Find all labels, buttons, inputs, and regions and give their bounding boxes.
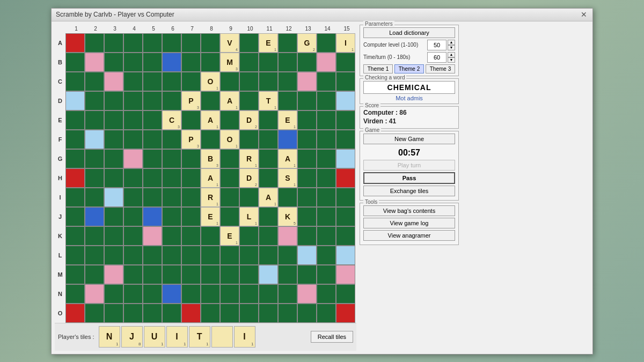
cell-B-10[interactable] (239, 53, 259, 72)
cell-F-14[interactable] (317, 130, 336, 149)
cell-G-10[interactable]: R1 (239, 149, 259, 168)
cell-H-4[interactable] (123, 168, 143, 188)
computer-level-up[interactable]: ▲ (448, 40, 455, 45)
cell-O-9[interactable] (220, 304, 239, 323)
cell-H-12[interactable]: S1 (278, 168, 297, 188)
cell-I-4[interactable] (123, 188, 143, 207)
player-tile-3[interactable]: I1 (166, 326, 188, 348)
cell-F-9[interactable]: O1 (220, 130, 239, 149)
time-turn-input[interactable] (427, 52, 447, 63)
cell-L-4[interactable] (123, 246, 143, 265)
cell-C-14[interactable] (317, 72, 336, 91)
cell-C-1[interactable] (65, 72, 85, 91)
cell-O-12[interactable] (278, 304, 297, 323)
cell-F-1[interactable] (65, 130, 85, 149)
cell-G-6[interactable] (162, 149, 181, 168)
player-tile-5[interactable] (211, 326, 233, 348)
load-dictionary-button[interactable]: Load dictionary (363, 27, 455, 38)
cell-F-12[interactable] (278, 130, 297, 149)
cell-E-11[interactable] (259, 110, 278, 130)
cell-F-7[interactable]: P3 (181, 130, 201, 149)
view-log-button[interactable]: View game log (363, 218, 455, 228)
cell-G-5[interactable] (143, 149, 162, 168)
cell-E-9[interactable] (220, 110, 239, 130)
cell-F-8[interactable] (201, 130, 220, 149)
time-turn-up[interactable]: ▲ (448, 52, 455, 57)
cell-B-7[interactable] (181, 53, 201, 72)
cell-E-6[interactable]: C3 (162, 110, 181, 130)
cell-M-12[interactable] (278, 265, 297, 284)
cell-A-5[interactable] (143, 33, 162, 53)
cell-H-13[interactable] (297, 168, 317, 188)
cell-L-8[interactable] (201, 246, 220, 265)
cell-A-9[interactable]: V4 (220, 33, 239, 53)
cell-D-10[interactable] (239, 91, 259, 110)
cell-A-7[interactable] (181, 33, 201, 53)
cell-L-2[interactable] (85, 246, 104, 265)
cell-O-7[interactable] (181, 304, 201, 323)
cell-N-11[interactable] (259, 284, 278, 304)
cell-G-9[interactable] (220, 149, 239, 168)
cell-M-6[interactable] (162, 265, 181, 284)
cell-J-6[interactable] (162, 207, 181, 226)
cell-A-11[interactable]: E1 (259, 33, 278, 53)
player-tile-2[interactable]: U1 (144, 326, 165, 348)
cell-O-5[interactable] (143, 304, 162, 323)
cell-E-3[interactable] (104, 110, 123, 130)
cell-G-14[interactable] (317, 149, 336, 168)
cell-A-4[interactable] (123, 33, 143, 53)
cell-N-5[interactable] (143, 284, 162, 304)
recall-tiles-button[interactable]: Recall tiles (311, 331, 353, 343)
cell-C-13[interactable] (297, 72, 317, 91)
cell-I-5[interactable] (143, 188, 162, 207)
cell-L-11[interactable] (259, 246, 278, 265)
cell-F-13[interactable] (297, 130, 317, 149)
cell-K-5[interactable] (143, 226, 162, 246)
cell-J-12[interactable]: K5 (278, 207, 297, 226)
cell-B-4[interactable] (123, 53, 143, 72)
new-game-button[interactable]: New Game (363, 134, 455, 144)
cell-K-7[interactable] (181, 226, 201, 246)
cell-J-4[interactable] (123, 207, 143, 226)
cell-G-13[interactable] (297, 149, 317, 168)
cell-A-8[interactable] (201, 33, 220, 53)
cell-N-15[interactable] (336, 284, 355, 304)
close-button[interactable]: ✕ (580, 10, 588, 19)
cell-J-15[interactable] (336, 207, 355, 226)
computer-level-input[interactable] (427, 40, 447, 50)
cell-K-12[interactable] (278, 226, 297, 246)
cell-D-7[interactable]: P3 (181, 91, 201, 110)
cell-C-2[interactable] (85, 72, 104, 91)
view-anagramer-button[interactable]: View anagramer (363, 230, 455, 241)
cell-G-15[interactable] (336, 149, 355, 168)
cell-K-3[interactable] (104, 226, 123, 246)
cell-C-3[interactable] (104, 72, 123, 91)
cell-L-12[interactable] (278, 246, 297, 265)
cell-F-5[interactable] (143, 130, 162, 149)
cell-H-2[interactable] (85, 168, 104, 188)
cell-D-1[interactable] (65, 91, 85, 110)
cell-F-15[interactable] (336, 130, 355, 149)
cell-M-1[interactable] (65, 265, 85, 284)
cell-E-15[interactable] (336, 110, 355, 130)
cell-M-13[interactable] (297, 265, 317, 284)
cell-J-3[interactable] (104, 207, 123, 226)
cell-H-7[interactable] (181, 168, 201, 188)
cell-J-13[interactable] (297, 207, 317, 226)
cell-A-13[interactable]: G2 (297, 33, 317, 53)
cell-B-5[interactable] (143, 53, 162, 72)
cell-J-5[interactable] (143, 207, 162, 226)
cell-M-9[interactable] (220, 265, 239, 284)
cell-B-2[interactable] (85, 53, 104, 72)
cell-I-10[interactable] (239, 188, 259, 207)
cell-I-1[interactable] (65, 188, 85, 207)
cell-G-1[interactable] (65, 149, 85, 168)
cell-C-5[interactable] (143, 72, 162, 91)
cell-N-6[interactable] (162, 284, 181, 304)
cell-I-15[interactable] (336, 188, 355, 207)
cell-D-5[interactable] (143, 91, 162, 110)
cell-A-3[interactable] (104, 33, 123, 53)
cell-L-15[interactable] (336, 246, 355, 265)
cell-L-6[interactable] (162, 246, 181, 265)
cell-E-10[interactable]: D2 (239, 110, 259, 130)
